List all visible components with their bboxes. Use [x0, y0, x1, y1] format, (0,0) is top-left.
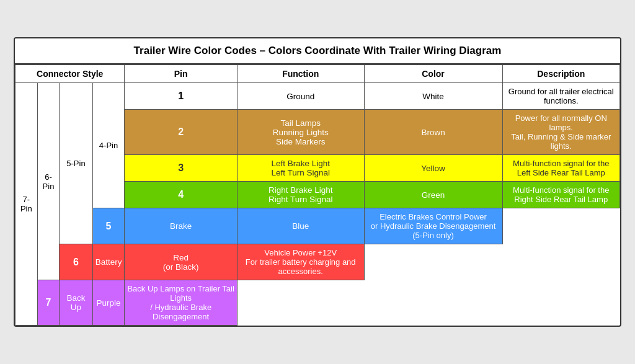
connector-5pin: 5-Pin	[60, 83, 92, 244]
function-cell: Ground	[237, 83, 364, 110]
pin-number: 4	[125, 182, 237, 208]
table-row: 7Back UpPurpleBack Up Lamps on Trailer T…	[16, 280, 620, 326]
description-cell: Vehicle Power +12V For trailer battery c…	[237, 244, 364, 280]
description-cell: Multi-function signal for the Right Side…	[502, 182, 620, 208]
description-cell: Multi-function signal for the Left Side …	[502, 155, 620, 182]
description-header: Description	[502, 65, 620, 83]
function-cell: Back Up	[60, 280, 92, 326]
table-row: 5BrakeBlueElectric Brakes Control Power …	[16, 208, 620, 244]
connector-4pin: 4-Pin	[92, 83, 125, 208]
color-header: Color	[364, 65, 502, 83]
pin-number: 7	[37, 280, 60, 326]
pin-number: 6	[60, 244, 92, 280]
table-row: 7-Pin6-Pin5-Pin4-Pin1GroundWhiteGround f…	[16, 83, 620, 110]
description-cell: Ground for all trailer electrical functi…	[502, 83, 620, 110]
pin-number: 5	[92, 208, 125, 244]
table-row: 6BatteryRed (or Black)Vehicle Power +12V…	[16, 244, 620, 280]
table-wrapper: Trailer Wire Color Codes – Colors Coordi…	[14, 37, 621, 327]
pin-number: 3	[125, 155, 237, 182]
connector-style-header: Connector Style	[16, 65, 125, 83]
function-cell: Battery	[92, 244, 125, 280]
description-cell: Power for all normally ON lamps. Tail, R…	[502, 110, 620, 155]
function-cell: Right Brake Light Right Turn Signal	[237, 182, 364, 208]
description-cell: Back Up Lamps on Trailer Tail Lights / H…	[125, 280, 237, 326]
function-cell: Brake	[125, 208, 237, 244]
color-cell: Red (or Black)	[125, 244, 237, 280]
color-cell: Blue	[237, 208, 364, 244]
function-cell: Tail Lamps Running Lights Side Markers	[237, 110, 364, 155]
connector-6pin: 6-Pin	[37, 83, 60, 280]
function-cell: Left Brake Light Left Turn Signal	[237, 155, 364, 182]
pin-number: 1	[125, 83, 237, 110]
color-cell: Brown	[364, 110, 502, 155]
function-header: Function	[237, 65, 364, 83]
description-cell: Electric Brakes Control Power or Hydraul…	[364, 208, 502, 244]
color-cell: White	[364, 83, 502, 110]
pin-header: Pin	[125, 65, 237, 83]
connector-7pin: 7-Pin	[16, 83, 38, 326]
color-cell: Purple	[92, 280, 125, 326]
color-cell: Green	[364, 182, 502, 208]
main-title: Trailer Wire Color Codes – Colors Coordi…	[15, 38, 620, 64]
color-cell: Yellow	[364, 155, 502, 182]
pin-number: 2	[125, 110, 237, 155]
